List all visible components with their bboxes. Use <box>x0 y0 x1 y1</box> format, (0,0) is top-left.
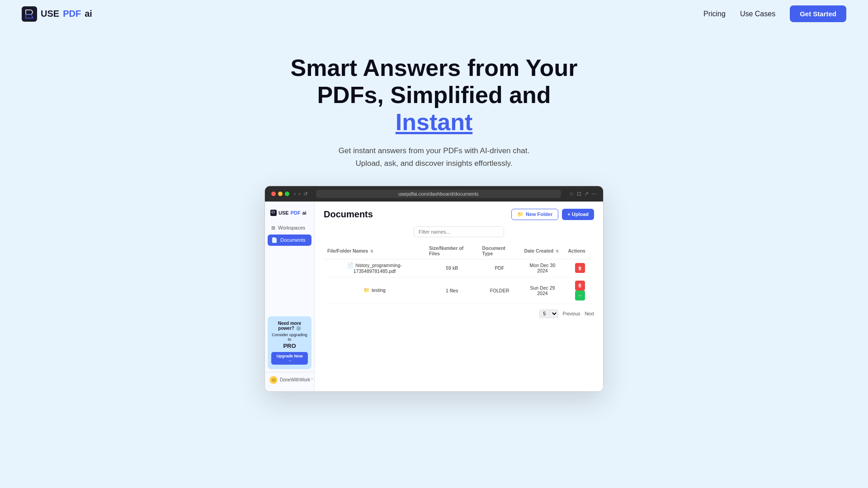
browser-bar: ‹ › ↺ usepdfai.com/dashboard/documents ☆… <box>265 186 603 202</box>
menu-dots-icon: ⋯ <box>591 191 597 197</box>
logo-icon <box>22 6 37 22</box>
main-header: Documents 📁 New Folder + Upload <box>324 209 594 220</box>
cell-type: FOLDER <box>479 277 521 304</box>
col-type: Document Type <box>479 243 521 259</box>
upload-button[interactable]: + Upload <box>562 209 594 220</box>
user-info: 😊 DoneWithWork <box>269 376 310 384</box>
sidebar-logo-use: USE <box>278 210 289 216</box>
logo[interactable]: USEPDFai <box>22 6 92 22</box>
refresh-icon: ↺ <box>303 191 308 197</box>
forward-arrow-icon: › <box>298 190 300 197</box>
main-actions: 📁 New Folder + Upload <box>511 209 594 220</box>
delete-button[interactable]: 🗑 <box>575 263 585 273</box>
sidebar-item-documents[interactable]: 📄 Documents <box>268 235 311 246</box>
cell-name: 📄history_programming-1735489781485.pdf <box>324 259 425 277</box>
table-row: 📁testing 1 files FOLDER Sun Dec 29 2024 … <box>324 277 594 304</box>
hero-section: Smart Answers from Your PDFs, Simplified… <box>0 28 868 410</box>
table-header: File/Folder Names ⇅ Size/Number of Files… <box>324 243 594 259</box>
app-content: USE PDF ai ⊞ Workspaces 📄 Documents <box>265 202 603 391</box>
user-name: DoneWithWork <box>280 377 310 382</box>
workspaces-icon: ⊞ <box>271 225 275 231</box>
per-page-select[interactable]: 5 10 <box>539 310 558 318</box>
col-actions: Actions <box>564 243 594 259</box>
cell-size: 59 kB <box>425 259 479 277</box>
col-name: File/Folder Names ⇅ <box>324 243 425 259</box>
dot-red <box>271 192 276 196</box>
sidebar-logo-icon <box>270 210 277 216</box>
hero-subtitle: Get instant answers from your PDFs with … <box>330 145 538 169</box>
dot-yellow <box>278 192 283 196</box>
browser-url-bar: usepdfai.com/dashboard/documents <box>316 190 561 198</box>
logo-ai: ai <box>85 9 92 19</box>
upgrade-now-button[interactable]: Upgrade Now → <box>271 352 308 365</box>
cell-type: PDF <box>479 259 521 277</box>
sidebar-logo: USE PDF ai <box>265 207 314 222</box>
tab-icon: ⊡ <box>577 191 581 197</box>
user-avatar: 😊 <box>269 376 278 384</box>
table-row: 📄history_programming-1735489781485.pdf 5… <box>324 259 594 277</box>
nav-links: Pricing Use Cases Get Started <box>703 5 846 22</box>
main-panel-title: Documents <box>324 209 373 220</box>
file-icon: 📄 <box>347 263 354 268</box>
upgrade-teaser-text: Need more power? ⚙️ <box>271 321 308 331</box>
browser-dots <box>271 192 289 196</box>
cell-date: Sun Dec 29 2024 <box>520 277 564 304</box>
main-panel: Documents 📁 New Folder + Upload <box>315 202 603 391</box>
cell-actions: 🗑→ <box>564 277 594 304</box>
documents-icon: 📄 <box>271 237 278 243</box>
col-size: Size/Number of Files <box>425 243 479 259</box>
hero-title-accent: Instant <box>396 109 472 135</box>
use-cases-link[interactable]: Use Cases <box>740 10 775 18</box>
cell-actions: 🗑 <box>564 259 594 277</box>
upgrade-consider-text: Consider upgrading to <box>271 333 308 342</box>
folder-icon: 📁 <box>517 211 524 217</box>
table-body: 📄history_programming-1735489781485.pdf 5… <box>324 259 594 304</box>
hero-title-line2: PDFs, Simplified and <box>317 82 551 108</box>
folder-icon: 📁 <box>363 287 370 293</box>
col-date: Date Created ⇅ <box>520 243 564 259</box>
sidebar-item-documents-label: Documents <box>280 237 306 243</box>
next-page-button[interactable]: Next <box>585 311 594 316</box>
pricing-link[interactable]: Pricing <box>703 10 726 18</box>
sidebar-item-workspaces-label: Workspaces <box>278 225 305 230</box>
delete-button[interactable]: 🗑 <box>575 281 585 291</box>
sidebar: USE PDF ai ⊞ Workspaces 📄 Documents <box>265 202 315 391</box>
cell-date: Mon Dec 30 2024 <box>520 259 564 277</box>
navbar: USEPDFai Pricing Use Cases Get Started <box>0 0 868 28</box>
cell-name: 📁testing <box>324 277 425 304</box>
upgrade-plan-label: PRO <box>271 343 308 349</box>
share-icon: ↗ <box>584 191 589 197</box>
sidebar-upgrade-card: Need more power? ⚙️ Consider upgrading t… <box>268 316 311 369</box>
cell-size: 1 files <box>425 277 479 304</box>
table-footer: 5 10 Previous Next <box>324 310 594 318</box>
star-icon: ☆ <box>569 191 574 197</box>
sidebar-nav: ⊞ Workspaces 📄 Documents <box>265 222 314 246</box>
back-arrow-icon: ‹ <box>294 190 296 197</box>
sidebar-logo-pdf: PDF <box>291 210 301 216</box>
get-started-button[interactable]: Get Started <box>790 5 846 22</box>
sort-name-icon: ⇅ <box>370 249 373 253</box>
hero-title: Smart Answers from Your PDFs, Simplified… <box>276 55 592 136</box>
logo-use: USE <box>41 9 59 19</box>
open-button[interactable]: → <box>575 291 585 300</box>
sidebar-logo-ai: ai <box>302 210 307 216</box>
documents-table: File/Folder Names ⇅ Size/Number of Files… <box>324 243 594 304</box>
logo-pdf: PDF <box>63 9 81 19</box>
browser-mockup: ‹ › ↺ usepdfai.com/dashboard/documents ☆… <box>264 186 604 392</box>
filter-input[interactable] <box>414 226 504 237</box>
sidebar-item-workspaces[interactable]: ⊞ Workspaces <box>268 222 311 234</box>
browser-extra-actions: ☆ ⊡ ↗ ⋯ <box>569 191 597 197</box>
new-folder-button[interactable]: 📁 New Folder <box>511 209 558 220</box>
svg-rect-0 <box>22 6 37 22</box>
dot-green <box>285 192 289 196</box>
prev-page-button[interactable]: Previous <box>563 311 580 316</box>
browser-arrows: ‹ › ↺ <box>294 190 308 197</box>
hero-title-line1: Smart Answers from Your <box>291 55 578 81</box>
sidebar-user: 😊 DoneWithWork ⌃⌄ <box>265 372 314 386</box>
sort-date-icon: ⇅ <box>556 249 559 253</box>
